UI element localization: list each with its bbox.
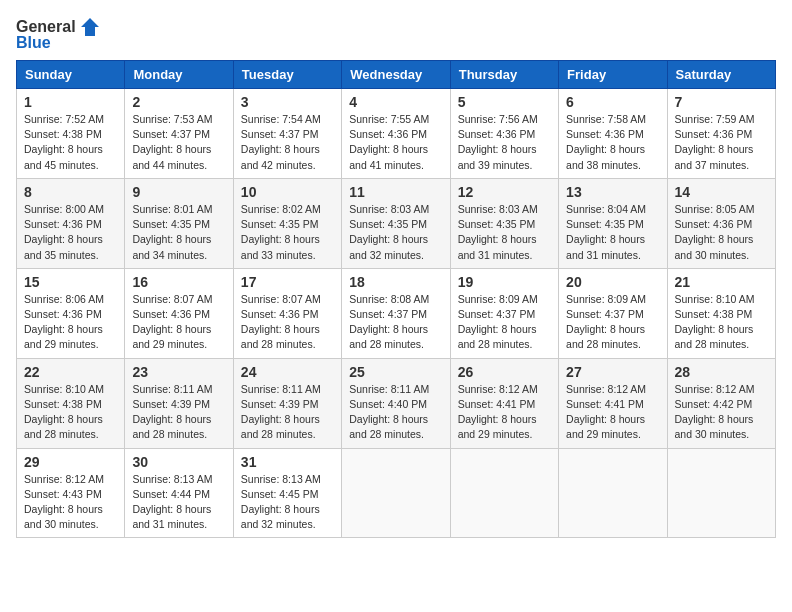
- day-cell: 7Sunrise: 7:59 AMSunset: 4:36 PMDaylight…: [667, 89, 775, 179]
- day-number: 11: [349, 184, 442, 200]
- day-cell: 12Sunrise: 8:03 AMSunset: 4:35 PMDayligh…: [450, 178, 558, 268]
- day-cell: 6Sunrise: 7:58 AMSunset: 4:36 PMDaylight…: [559, 89, 667, 179]
- day-cell: 15Sunrise: 8:06 AMSunset: 4:36 PMDayligh…: [17, 268, 125, 358]
- day-number: 16: [132, 274, 225, 290]
- day-number: 13: [566, 184, 659, 200]
- day-cell: 8Sunrise: 8:00 AMSunset: 4:36 PMDaylight…: [17, 178, 125, 268]
- day-info: Sunrise: 7:52 AMSunset: 4:38 PMDaylight:…: [24, 112, 117, 173]
- day-number: 9: [132, 184, 225, 200]
- day-info: Sunrise: 8:04 AMSunset: 4:35 PMDaylight:…: [566, 202, 659, 263]
- day-number: 12: [458, 184, 551, 200]
- day-number: 15: [24, 274, 117, 290]
- day-number: 10: [241, 184, 334, 200]
- day-cell: [450, 448, 558, 538]
- day-cell: [559, 448, 667, 538]
- week-row-1: 1Sunrise: 7:52 AMSunset: 4:38 PMDaylight…: [17, 89, 776, 179]
- logo: General Blue: [16, 16, 101, 52]
- day-info: Sunrise: 8:03 AMSunset: 4:35 PMDaylight:…: [349, 202, 442, 263]
- day-info: Sunrise: 8:12 AMSunset: 4:41 PMDaylight:…: [566, 382, 659, 443]
- week-row-4: 22Sunrise: 8:10 AMSunset: 4:38 PMDayligh…: [17, 358, 776, 448]
- week-row-5: 29Sunrise: 8:12 AMSunset: 4:43 PMDayligh…: [17, 448, 776, 538]
- day-number: 2: [132, 94, 225, 110]
- day-cell: 31Sunrise: 8:13 AMSunset: 4:45 PMDayligh…: [233, 448, 341, 538]
- day-number: 5: [458, 94, 551, 110]
- day-number: 22: [24, 364, 117, 380]
- day-number: 18: [349, 274, 442, 290]
- page-header: General Blue: [16, 16, 776, 52]
- day-info: Sunrise: 8:12 AMSunset: 4:41 PMDaylight:…: [458, 382, 551, 443]
- day-number: 4: [349, 94, 442, 110]
- day-cell: 28Sunrise: 8:12 AMSunset: 4:42 PMDayligh…: [667, 358, 775, 448]
- col-header-wednesday: Wednesday: [342, 61, 450, 89]
- day-info: Sunrise: 8:08 AMSunset: 4:37 PMDaylight:…: [349, 292, 442, 353]
- day-number: 14: [675, 184, 768, 200]
- day-info: Sunrise: 8:07 AMSunset: 4:36 PMDaylight:…: [132, 292, 225, 353]
- calendar-table: SundayMondayTuesdayWednesdayThursdayFrid…: [16, 60, 776, 538]
- day-info: Sunrise: 7:56 AMSunset: 4:36 PMDaylight:…: [458, 112, 551, 173]
- day-info: Sunrise: 8:11 AMSunset: 4:40 PMDaylight:…: [349, 382, 442, 443]
- day-number: 6: [566, 94, 659, 110]
- day-info: Sunrise: 8:07 AMSunset: 4:36 PMDaylight:…: [241, 292, 334, 353]
- day-info: Sunrise: 8:03 AMSunset: 4:35 PMDaylight:…: [458, 202, 551, 263]
- day-info: Sunrise: 7:58 AMSunset: 4:36 PMDaylight:…: [566, 112, 659, 173]
- day-info: Sunrise: 8:11 AMSunset: 4:39 PMDaylight:…: [241, 382, 334, 443]
- day-cell: [667, 448, 775, 538]
- day-number: 3: [241, 94, 334, 110]
- day-cell: 25Sunrise: 8:11 AMSunset: 4:40 PMDayligh…: [342, 358, 450, 448]
- day-cell: 1Sunrise: 7:52 AMSunset: 4:38 PMDaylight…: [17, 89, 125, 179]
- svg-marker-0: [81, 18, 99, 36]
- header-row: SundayMondayTuesdayWednesdayThursdayFrid…: [17, 61, 776, 89]
- day-number: 19: [458, 274, 551, 290]
- day-cell: 4Sunrise: 7:55 AMSunset: 4:36 PMDaylight…: [342, 89, 450, 179]
- week-row-3: 15Sunrise: 8:06 AMSunset: 4:36 PMDayligh…: [17, 268, 776, 358]
- day-info: Sunrise: 8:09 AMSunset: 4:37 PMDaylight:…: [458, 292, 551, 353]
- day-cell: 14Sunrise: 8:05 AMSunset: 4:36 PMDayligh…: [667, 178, 775, 268]
- col-header-thursday: Thursday: [450, 61, 558, 89]
- day-cell: 24Sunrise: 8:11 AMSunset: 4:39 PMDayligh…: [233, 358, 341, 448]
- day-cell: 29Sunrise: 8:12 AMSunset: 4:43 PMDayligh…: [17, 448, 125, 538]
- day-info: Sunrise: 8:13 AMSunset: 4:44 PMDaylight:…: [132, 472, 225, 533]
- day-cell: 19Sunrise: 8:09 AMSunset: 4:37 PMDayligh…: [450, 268, 558, 358]
- day-info: Sunrise: 8:01 AMSunset: 4:35 PMDaylight:…: [132, 202, 225, 263]
- col-header-monday: Monday: [125, 61, 233, 89]
- day-info: Sunrise: 7:55 AMSunset: 4:36 PMDaylight:…: [349, 112, 442, 173]
- day-info: Sunrise: 8:11 AMSunset: 4:39 PMDaylight:…: [132, 382, 225, 443]
- day-info: Sunrise: 7:53 AMSunset: 4:37 PMDaylight:…: [132, 112, 225, 173]
- day-info: Sunrise: 7:59 AMSunset: 4:36 PMDaylight:…: [675, 112, 768, 173]
- day-cell: 17Sunrise: 8:07 AMSunset: 4:36 PMDayligh…: [233, 268, 341, 358]
- day-cell: 11Sunrise: 8:03 AMSunset: 4:35 PMDayligh…: [342, 178, 450, 268]
- day-cell: 22Sunrise: 8:10 AMSunset: 4:38 PMDayligh…: [17, 358, 125, 448]
- day-info: Sunrise: 8:12 AMSunset: 4:43 PMDaylight:…: [24, 472, 117, 533]
- day-info: Sunrise: 8:06 AMSunset: 4:36 PMDaylight:…: [24, 292, 117, 353]
- day-number: 8: [24, 184, 117, 200]
- day-cell: 23Sunrise: 8:11 AMSunset: 4:39 PMDayligh…: [125, 358, 233, 448]
- day-number: 29: [24, 454, 117, 470]
- day-number: 20: [566, 274, 659, 290]
- day-number: 30: [132, 454, 225, 470]
- day-cell: 5Sunrise: 7:56 AMSunset: 4:36 PMDaylight…: [450, 89, 558, 179]
- day-info: Sunrise: 8:00 AMSunset: 4:36 PMDaylight:…: [24, 202, 117, 263]
- day-info: Sunrise: 8:10 AMSunset: 4:38 PMDaylight:…: [24, 382, 117, 443]
- day-info: Sunrise: 8:09 AMSunset: 4:37 PMDaylight:…: [566, 292, 659, 353]
- day-cell: 20Sunrise: 8:09 AMSunset: 4:37 PMDayligh…: [559, 268, 667, 358]
- day-cell: 26Sunrise: 8:12 AMSunset: 4:41 PMDayligh…: [450, 358, 558, 448]
- logo-blue: Blue: [16, 34, 51, 52]
- day-cell: 3Sunrise: 7:54 AMSunset: 4:37 PMDaylight…: [233, 89, 341, 179]
- day-number: 23: [132, 364, 225, 380]
- day-cell: [342, 448, 450, 538]
- logo-bird-icon: [79, 16, 101, 38]
- day-info: Sunrise: 7:54 AMSunset: 4:37 PMDaylight:…: [241, 112, 334, 173]
- day-cell: 21Sunrise: 8:10 AMSunset: 4:38 PMDayligh…: [667, 268, 775, 358]
- day-cell: 13Sunrise: 8:04 AMSunset: 4:35 PMDayligh…: [559, 178, 667, 268]
- day-cell: 10Sunrise: 8:02 AMSunset: 4:35 PMDayligh…: [233, 178, 341, 268]
- day-number: 21: [675, 274, 768, 290]
- day-info: Sunrise: 8:10 AMSunset: 4:38 PMDaylight:…: [675, 292, 768, 353]
- day-info: Sunrise: 8:12 AMSunset: 4:42 PMDaylight:…: [675, 382, 768, 443]
- week-row-2: 8Sunrise: 8:00 AMSunset: 4:36 PMDaylight…: [17, 178, 776, 268]
- col-header-saturday: Saturday: [667, 61, 775, 89]
- col-header-sunday: Sunday: [17, 61, 125, 89]
- col-header-tuesday: Tuesday: [233, 61, 341, 89]
- day-cell: 2Sunrise: 7:53 AMSunset: 4:37 PMDaylight…: [125, 89, 233, 179]
- day-number: 25: [349, 364, 442, 380]
- day-info: Sunrise: 8:13 AMSunset: 4:45 PMDaylight:…: [241, 472, 334, 533]
